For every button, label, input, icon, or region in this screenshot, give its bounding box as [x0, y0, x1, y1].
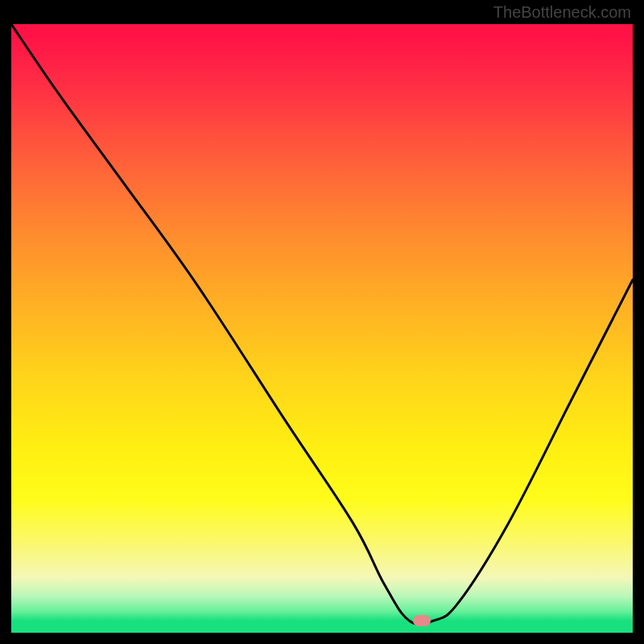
curve-svg — [11, 24, 633, 633]
attribution-text: TheBottleneck.com — [493, 3, 631, 22]
chart-stage: TheBottleneck.com — [0, 0, 644, 644]
plot-area — [11, 24, 633, 633]
optimal-marker — [413, 615, 431, 626]
bottleneck-curve — [11, 24, 633, 625]
